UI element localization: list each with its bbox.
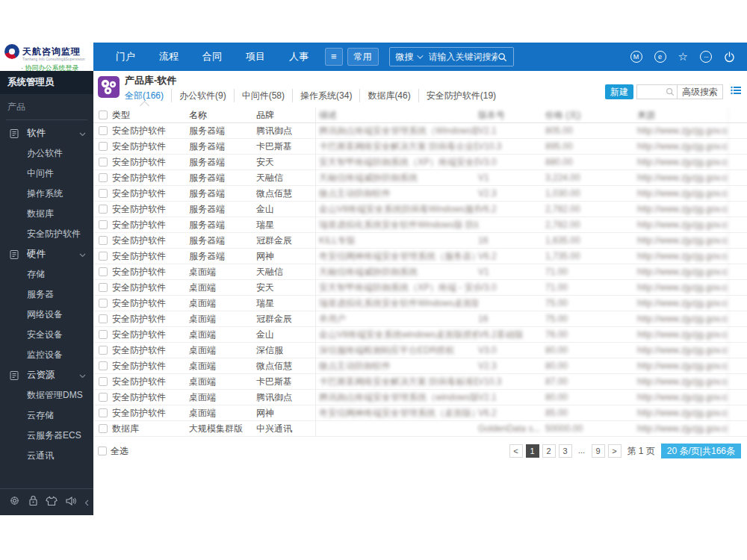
table-row[interactable]: 安全防护软件服务器端卡巴斯基卡巴斯基网络安全解决方案 防病毒企业版（10用户）V… [93,139,747,155]
new-button[interactable]: 新建 [605,84,633,99]
sidebar-item[interactable]: 安全防护软件 [0,224,93,244]
row-checkbox[interactable] [99,283,108,292]
table-row[interactable]: 安全防护软件服务器端安天安天智甲终端防御系统（XP）终端安全防护V3.0880.… [93,155,747,170]
table-row[interactable]: 安全防护软件桌面端腾讯御点腾讯御点终端安全管理系统（windows版）：V2.1… [93,390,747,405]
collapse-icon[interactable] [84,496,89,509]
settings-gear-icon[interactable] [9,495,20,509]
tab-办公软件(9)[interactable]: 办公软件(9) [171,89,234,102]
table-row[interactable]: 安全防护软件服务器端腾讯御点腾讯御点终端安全管理系统（Windows版）：V2.… [93,123,747,139]
sidebar-group-2[interactable]: 云资源 [0,365,93,385]
table-row[interactable]: 数据库大规模集群版中兴通讯GoldenData s...50000.00http… [93,421,747,437]
sidebar-item[interactable]: 云存储 [0,405,93,426]
page-button-2[interactable]: 2 [542,444,556,458]
more-icon[interactable]: ··· [700,51,712,63]
table-row[interactable]: 安全防护软件桌面端深信服深信服终端检测响应平台EDR授权V3.080.00htt… [93,343,747,358]
page-size-button[interactable]: 20 条/页|共166条 [661,444,741,458]
row-checkbox[interactable] [99,361,108,370]
table-row[interactable]: 安全防护软件桌面端瑞星瑞星虚拟化系统安全软件Windows桌面版75.00htt… [93,296,747,311]
sidebar-item[interactable]: 服务器 [0,284,93,305]
row-checkbox[interactable] [99,424,108,433]
page-button-3[interactable]: 3 [559,444,572,458]
row-checkbox[interactable] [99,236,108,245]
table-row[interactable]: 安全防护软件服务器端金山金山V8终端安全系统防病毒Windows服务器版V6.2… [93,202,747,217]
table-row[interactable]: 安全防护软件桌面端卡巴斯基卡巴斯基网络安全解决方案 防病毒标准版（单机） - K… [93,374,747,390]
row-checkbox[interactable] [99,377,108,386]
row-checkbox[interactable] [99,205,108,214]
tab-数据库(46)[interactable]: 数据库(46) [359,89,418,102]
page-button-1[interactable]: 1 [526,444,539,458]
sidebar-item[interactable]: 监控设备 [0,345,93,365]
e-message-icon[interactable]: e [654,51,666,63]
row-checkbox[interactable] [99,220,108,229]
table-search-input[interactable] [636,84,677,99]
tab-中间件(58)[interactable]: 中间件(58) [234,89,292,102]
search-input[interactable]: 请输入关键词搜索 [429,51,498,63]
row-checkbox[interactable] [99,314,108,323]
sidebar-group-0[interactable]: 软件 [0,123,93,143]
list-view-icon[interactable] [731,84,741,98]
row-checkbox[interactable] [99,173,108,182]
row-checkbox[interactable] [99,393,108,402]
advanced-search-button[interactable]: 高级搜索 [677,84,723,99]
row-checkbox[interactable] [99,330,108,339]
table-row[interactable]: 安全防护软件服务器端冠群金辰KILL专版161,635.00http://www… [93,233,747,249]
row-checkbox[interactable] [99,252,108,261]
m-app-icon[interactable]: M [630,51,642,63]
header-checkbox[interactable] [99,111,108,119]
table-row[interactable]: 安全防护软件桌面端网神奇安信网神终端安全管理系统（桌面版）V6.285.00ht… [93,405,747,421]
nav-item[interactable]: 合同 [190,51,234,62]
sidebar-item[interactable]: 中间件 [0,164,93,184]
tab-安全防护软件(19)[interactable]: 安全防护软件(19) [418,89,503,102]
sidebar-section-product[interactable]: 产品 [0,94,93,119]
row-checkbox[interactable] [99,126,108,135]
table-row[interactable]: 安全防护软件服务器端天融信天融信终端威胁防御系统V13,224.00http:/… [93,170,747,186]
sidebar-item[interactable]: 安全设备 [0,325,93,345]
sidebar-item[interactable]: 云服务器ECS [0,426,93,446]
sidebar-item[interactable]: 数据管理DMS [0,385,93,405]
next-page-button[interactable]: > [608,444,622,458]
sidebar-item[interactable]: 网络设备 [0,305,93,325]
sidebar-item[interactable]: 操作系统 [0,184,93,204]
nav-hamburger-icon[interactable]: ≡ [325,48,343,66]
nav-common-button[interactable]: 常用 [347,48,379,66]
sidebar-item[interactable]: 存储 [0,264,93,284]
row-checkbox[interactable] [99,158,108,167]
prev-page-button[interactable]: < [509,444,523,458]
tab-全部(166)[interactable]: 全部(166) [125,89,171,102]
table-row[interactable]: 安全防护软件服务器端微点佰慧微点主动防御软件V2.31,030.00http:/… [93,186,747,202]
table-row[interactable]: 安全防护软件服务器端瑞星瑞星虚拟化系统安全软件Windows版 防病毒2,782… [93,217,747,233]
favorite-star-icon[interactable]: ☆ [678,51,688,63]
table-row[interactable]: 安全防护软件桌面端冠群金辰单用户1675.00http://www.zjyzjg… [93,311,747,327]
search-scope-dropdown[interactable]: 微搜 [396,51,421,63]
table-row[interactable]: 安全防护软件桌面端安天安天智甲终端防御系统（XP）终端 - 安全V3.071.0… [93,280,747,296]
chevron-down-icon[interactable] [79,249,86,260]
row-checkbox[interactable] [99,408,108,417]
row-checkbox[interactable] [99,267,108,276]
nav-item[interactable]: 人事 [277,51,320,62]
table-row[interactable]: 安全防护软件桌面端天融信天融信终端威胁防御系统V171.00http://www… [93,264,747,280]
nav-item[interactable]: 项目 [234,51,277,62]
row-checkbox[interactable] [99,189,108,198]
row-checkbox[interactable] [99,299,108,308]
search-icon[interactable] [498,52,507,62]
table-row[interactable]: 安全防护软件桌面端微点佰慧微点主动防御软件V2.380.00http://www… [93,358,747,374]
lock-icon[interactable] [28,495,38,509]
sidebar-item[interactable]: 云通讯 [0,446,93,466]
tab-操作系统(34)[interactable]: 操作系统(34) [292,89,359,102]
power-icon[interactable] [724,52,735,63]
row-checkbox[interactable] [99,346,108,355]
sidebar-group-1[interactable]: 硬件 [0,244,93,264]
sound-speaker-icon[interactable] [66,496,77,509]
table-row[interactable]: 安全防护软件服务器端网神奇安信网神终端安全管理系统（服务器）V6.21,735.… [93,249,747,264]
row-checkbox[interactable] [99,142,108,151]
sidebar-item[interactable]: 办公软件 [0,143,93,164]
chevron-down-icon[interactable] [79,370,86,381]
select-all-checkbox[interactable] [98,447,107,455]
table-row[interactable]: 安全防护软件桌面端金山金山V8终端安全系统windows桌面版授权V6.2基础版… [93,327,747,343]
nav-item[interactable]: 流程 [147,51,190,62]
chevron-down-icon[interactable] [79,128,86,139]
page-button-9[interactable]: 9 [592,444,605,458]
nav-item[interactable]: 门户 [104,51,147,62]
sidebar-item[interactable]: 数据库 [0,204,93,224]
theme-shirt-icon[interactable] [46,496,58,509]
